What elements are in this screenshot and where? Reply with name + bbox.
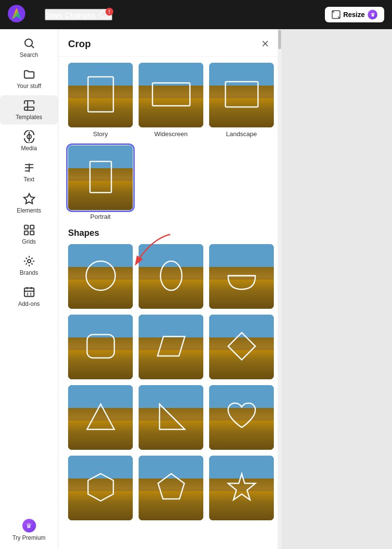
crop-item-right-triangle[interactable] xyxy=(139,385,203,450)
portrait-shape-overlay xyxy=(88,159,113,196)
folder-icon xyxy=(23,68,36,81)
svg-rect-8 xyxy=(24,231,28,235)
crop-thumb-heart xyxy=(209,385,274,450)
svg-rect-13 xyxy=(152,83,190,106)
premium-icon: ♛ xyxy=(22,519,36,532)
red-arrow-icon xyxy=(122,230,180,273)
rounded-rect-shape-overlay xyxy=(83,329,118,366)
topbar-right: Resize ♛ xyxy=(325,7,384,22)
crop-item-heart[interactable] xyxy=(209,385,274,450)
crop-thumb-story xyxy=(68,63,133,127)
brands-icon xyxy=(23,255,36,267)
sidebar-item-templates[interactable]: Templates xyxy=(0,95,58,124)
landscape-label: Landscape xyxy=(226,130,257,138)
crop-thumb-bowl xyxy=(209,244,274,309)
portrait-crop-grid: Portrait xyxy=(68,145,274,220)
crop-item-rounded-rect[interactable] xyxy=(68,315,133,379)
panel-content: Story Widescreen xyxy=(58,57,282,549)
crop-item-diamond[interactable] xyxy=(209,315,274,379)
landscape-shape-overlay xyxy=(223,80,260,111)
crop-item-landscape[interactable]: Landscape xyxy=(209,63,274,138)
crop-thumb-widescreen xyxy=(139,63,203,127)
portrait-label: Portrait xyxy=(90,213,111,220)
svg-marker-22 xyxy=(228,333,255,360)
sidebar-item-text[interactable]: Text xyxy=(0,158,58,187)
crop-thumb-right-triangle xyxy=(139,385,203,450)
circle-shape-overlay xyxy=(83,258,118,295)
premium-crown-icon: ♛ xyxy=(368,10,377,19)
resize-button[interactable]: Resize ♛ xyxy=(325,7,384,22)
sidebar-item-addons[interactable]: Add-ons xyxy=(0,282,58,311)
svg-marker-24 xyxy=(160,404,185,429)
panel-header: Crop ✕ xyxy=(58,29,282,57)
story-shape-overlay xyxy=(86,75,115,116)
crop-thumb-pentagon xyxy=(139,456,203,520)
main-layout: Search Your stuff Templates Media xyxy=(0,29,392,549)
svg-rect-20 xyxy=(87,335,114,358)
shapes-crop-grid xyxy=(68,244,274,520)
crop-thumb-rounded-rect xyxy=(68,315,133,379)
svg-rect-12 xyxy=(88,77,113,112)
svg-marker-23 xyxy=(87,404,114,429)
crop-thumb-hexagon xyxy=(68,456,133,520)
bowl-shape-overlay xyxy=(224,258,259,295)
scrollbar-thumb[interactable] xyxy=(278,30,281,49)
crop-panel: Crop ✕ Story xyxy=(58,29,282,549)
story-label: Story xyxy=(93,130,107,138)
sidebar-item-search[interactable]: Search xyxy=(0,33,58,62)
svg-point-10 xyxy=(27,260,31,263)
text-icon xyxy=(23,161,36,174)
triangle-shape-overlay xyxy=(83,399,118,436)
cloud-icon: ! xyxy=(99,10,111,19)
svg-rect-11 xyxy=(24,288,34,296)
svg-rect-14 xyxy=(225,82,258,107)
logo-icon[interactable]: A xyxy=(8,5,25,24)
sidebar-item-brands[interactable]: Brands xyxy=(0,251,58,280)
widescreen-shape-overlay xyxy=(150,81,192,109)
svg-rect-15 xyxy=(90,161,111,193)
crop-item-star[interactable] xyxy=(209,456,274,520)
shapes-section: Shapes xyxy=(68,228,274,520)
close-button[interactable]: ✕ xyxy=(258,37,272,51)
crop-item-parallelogram[interactable] xyxy=(139,315,203,379)
crop-item-triangle[interactable] xyxy=(68,385,133,450)
cloud-badge: ! xyxy=(106,8,113,16)
svg-point-17 xyxy=(86,261,115,290)
star-shape-overlay xyxy=(224,470,259,507)
elements-icon xyxy=(23,193,36,205)
preset-crop-grid: Story Widescreen xyxy=(68,63,274,138)
topbar: A Save Changes ! xyxy=(0,0,392,29)
crop-item-pentagon[interactable] xyxy=(139,456,203,520)
widescreen-label: Widescreen xyxy=(154,130,188,138)
save-changes-button[interactable]: Save Changes ! xyxy=(45,9,112,20)
sidebar: Search Your stuff Templates Media xyxy=(0,29,58,549)
sidebar-item-your-stuff[interactable]: Your stuff xyxy=(0,64,58,93)
svg-marker-27 xyxy=(228,474,255,500)
crop-item-story[interactable]: Story xyxy=(68,63,133,138)
crop-thumb-diamond xyxy=(209,315,274,379)
heart-shape-overlay xyxy=(224,399,259,436)
resize-icon xyxy=(332,10,340,19)
sidebar-item-grids[interactable]: Grids xyxy=(0,220,58,249)
svg-marker-21 xyxy=(158,336,185,356)
diamond-shape-overlay xyxy=(224,329,259,366)
crop-item-hexagon[interactable] xyxy=(68,456,133,520)
crop-item-portrait[interactable]: Portrait xyxy=(68,145,133,220)
addons-icon xyxy=(23,286,36,299)
sidebar-item-premium[interactable]: ♛ Try Premium xyxy=(0,515,58,545)
crop-thumb-portrait xyxy=(68,145,133,210)
svg-marker-25 xyxy=(88,474,113,501)
crop-item-bowl[interactable] xyxy=(209,244,274,309)
parallelogram-shape-overlay xyxy=(154,329,189,366)
crop-thumb-landscape xyxy=(209,63,274,127)
svg-point-4 xyxy=(25,39,32,46)
svg-marker-26 xyxy=(158,474,184,499)
media-icon xyxy=(23,130,36,143)
crop-thumb-triangle xyxy=(68,385,133,450)
sidebar-item-media[interactable]: Media xyxy=(0,126,58,156)
templates-icon xyxy=(23,99,36,112)
crop-thumb-parallelogram xyxy=(139,315,203,379)
sidebar-item-elements[interactable]: Elements xyxy=(0,189,58,218)
scrollbar-track[interactable] xyxy=(278,29,282,549)
crop-item-widescreen[interactable]: Widescreen xyxy=(139,63,203,138)
